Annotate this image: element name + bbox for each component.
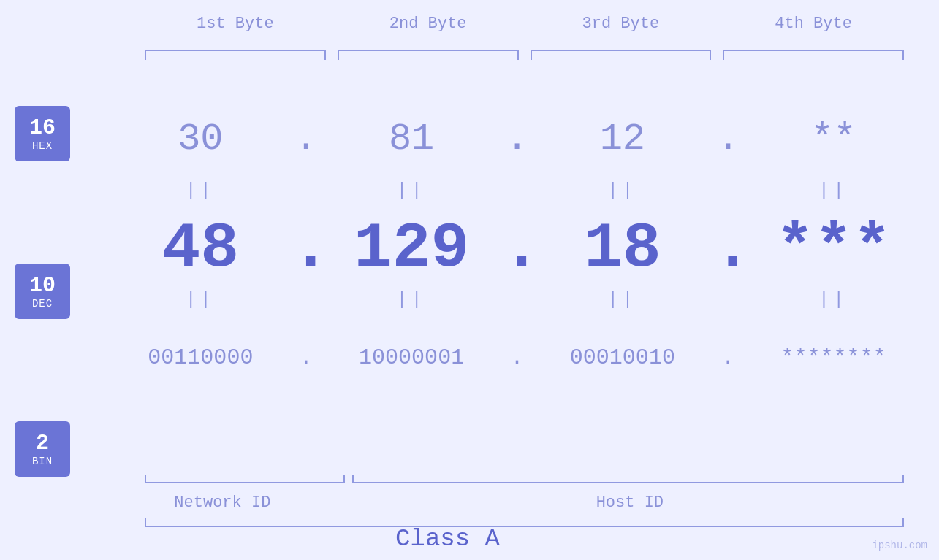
hex-byte1: 30 — [110, 118, 292, 161]
bin-byte4: ******** — [742, 345, 924, 370]
hex-sep2: . — [503, 118, 532, 161]
dec-byte2: 129 — [321, 212, 503, 285]
eq2-b1: || — [110, 290, 292, 310]
dec-byte1: 48 — [110, 212, 292, 285]
bin-sep2: . — [503, 345, 532, 370]
hex-sep1: . — [292, 118, 321, 161]
byte-header-3: 3rd Byte — [525, 15, 718, 33]
network-id-bracket — [145, 472, 345, 483]
id-labels-row: Network ID Host ID — [110, 494, 924, 512]
watermark: ipshu.com — [872, 540, 927, 551]
dec-sep3: . — [713, 212, 742, 285]
values-area: 30 . 81 . 12 . ** || || || || 48 . 129 .… — [110, 80, 924, 516]
eq2-b2: || — [321, 290, 503, 310]
main-container: 1st Byte 2nd Byte 3rd Byte 4th Byte 16 H… — [0, 0, 939, 560]
hex-badge: 16 HEX — [15, 106, 70, 161]
bin-badge: 2 BIN — [15, 421, 70, 477]
dec-badge: 10 DEC — [15, 264, 70, 319]
bracket-byte4 — [723, 50, 904, 63]
base-badges-column: 16 HEX 10 DEC 2 BIN — [15, 106, 70, 477]
hex-byte4: ** — [742, 118, 924, 161]
dec-badge-num: 10 — [29, 274, 56, 298]
dec-sep2: . — [503, 212, 532, 285]
network-id-label: Network ID — [110, 494, 335, 512]
bin-badge-num: 2 — [36, 431, 49, 456]
eq1-b1: || — [110, 180, 292, 200]
host-id-label: Host ID — [335, 494, 924, 512]
bin-row: 00110000 . 10000001 . 00010010 . *******… — [110, 321, 924, 394]
top-brackets — [139, 50, 910, 63]
dec-badge-label: DEC — [32, 298, 53, 310]
bracket-byte2 — [338, 50, 519, 63]
hex-byte3: 12 — [532, 118, 714, 161]
dec-row: 48 . 129 . 18 . *** — [110, 212, 924, 285]
hex-badge-num: 16 — [29, 116, 56, 140]
byte-header-4: 4th Byte — [717, 15, 910, 33]
byte-headers-row: 1st Byte 2nd Byte 3rd Byte 4th Byte — [139, 15, 910, 33]
eq1-b2: || — [321, 180, 503, 200]
eq-row-2: || || || || — [110, 285, 924, 314]
dec-sep1: . — [292, 212, 321, 285]
bin-sep1: . — [292, 345, 321, 370]
hex-sep3: . — [713, 118, 742, 161]
eq2-b3: || — [532, 290, 714, 310]
bin-byte3: 00010010 — [532, 345, 714, 370]
dec-byte3: 18 — [532, 212, 714, 285]
bracket-byte3 — [531, 50, 712, 63]
bin-byte1: 00110000 — [110, 345, 292, 370]
eq-row-1: || || || || — [110, 175, 924, 204]
bracket-byte1 — [145, 50, 326, 63]
hex-badge-label: HEX — [32, 140, 53, 152]
hex-byte2: 81 — [321, 118, 503, 161]
bin-badge-label: BIN — [32, 456, 53, 467]
eq1-b3: || — [532, 180, 714, 200]
bin-byte2: 10000001 — [321, 345, 503, 370]
byte-header-2: 2nd Byte — [332, 15, 525, 33]
host-id-bracket — [352, 472, 904, 483]
bin-sep3: . — [713, 345, 742, 370]
hex-row: 30 . 81 . 12 . ** — [110, 102, 924, 175]
bottom-brackets — [139, 472, 910, 483]
class-label: Class A — [0, 525, 895, 553]
eq1-b4: || — [742, 180, 924, 200]
eq2-b4: || — [742, 290, 924, 310]
dec-byte4: *** — [742, 212, 924, 285]
byte-header-1: 1st Byte — [139, 15, 332, 33]
